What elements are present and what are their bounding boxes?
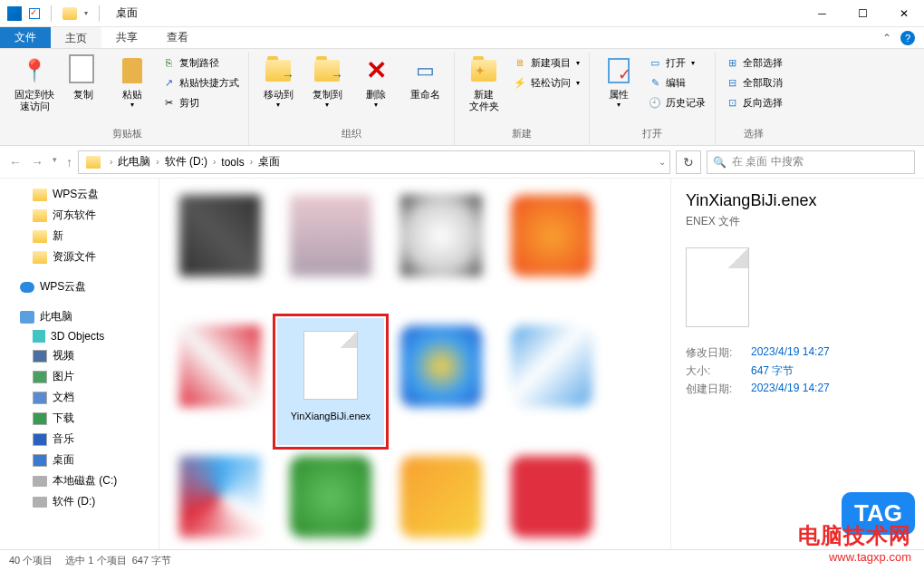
- close-button[interactable]: ✕: [883, 0, 924, 27]
- copy-button[interactable]: 复制: [62, 53, 105, 101]
- files-grid[interactable]: YinXiangBiJi.enex: [159, 179, 670, 549]
- file-item[interactable]: [167, 188, 274, 315]
- breadcrumb[interactable]: › 此电脑 › 软件 (D:) › tools › 桌面 ⌄: [78, 150, 670, 174]
- breadcrumb-segment[interactable]: 此电脑: [118, 154, 150, 169]
- sidebar-item[interactable]: 下载: [0, 408, 159, 429]
- file-item[interactable]: [498, 318, 605, 445]
- preview-file-icon: [686, 247, 749, 327]
- ribbon-group-clipboard: 📍 固定到快 速访问 复制 粘贴 ▾ ⎘复制路径 ↗粘贴快捷方式 ✂剪切 剪贴板: [5, 53, 249, 145]
- file-item[interactable]: [388, 449, 495, 549]
- tab-file[interactable]: 文件: [0, 27, 51, 48]
- refresh-button[interactable]: ↻: [676, 150, 701, 174]
- ribbon-group-organize: 移动到▾ 复制到▾ ✕ 删除▾ ▭ 重命名 组织: [249, 53, 455, 145]
- sidebar-item[interactable]: 河东软件: [0, 205, 159, 226]
- nav-bar: ← → ▾ ↑ › 此电脑 › 软件 (D:) › tools › 桌面 ⌄ ↻…: [0, 146, 924, 179]
- back-button[interactable]: ←: [9, 155, 22, 169]
- sidebar-item[interactable]: 资源文件: [0, 247, 159, 267]
- file-item[interactable]: [277, 449, 384, 549]
- sidebar-item[interactable]: 文档: [0, 387, 159, 408]
- paste-shortcut-button[interactable]: ↗粘贴快捷方式: [159, 74, 241, 91]
- history-button[interactable]: 🕘历史记录: [646, 94, 707, 111]
- sidebar-item[interactable]: WPS云盘: [0, 184, 159, 205]
- file-item[interactable]: [388, 188, 495, 315]
- breadcrumb-segment[interactable]: tools: [221, 156, 244, 169]
- titlebar-left: ✓ ▾ 桌面: [0, 5, 138, 22]
- chevron-right-icon[interactable]: ›: [250, 157, 253, 167]
- minimize-button[interactable]: ─: [802, 0, 842, 27]
- file-thumb-icon: [290, 456, 371, 537]
- file-item-selected[interactable]: YinXiangBiJi.enex: [277, 318, 384, 445]
- forward-button[interactable]: →: [31, 155, 43, 169]
- sidebar-item[interactable]: 图片: [0, 366, 159, 387]
- chevron-right-icon[interactable]: ›: [110, 157, 112, 167]
- downloads-icon: [33, 412, 47, 425]
- maximize-button[interactable]: ☐: [842, 0, 883, 27]
- new-folder-icon: ✦: [469, 56, 498, 85]
- search-icon: 🔍: [713, 156, 727, 169]
- paste-button[interactable]: 粘贴 ▾: [111, 53, 154, 110]
- breadcrumb-segment[interactable]: 软件 (D:): [165, 154, 207, 169]
- preview-value: 2023/4/19 14:27: [751, 382, 830, 397]
- select-all-button[interactable]: ⊞全部选择: [723, 54, 784, 71]
- pictures-icon: [33, 371, 47, 383]
- new-folder-button[interactable]: ✦ 新建 文件夹: [462, 53, 505, 112]
- file-item[interactable]: [167, 449, 274, 549]
- qat-dropdown-icon[interactable]: ▾: [84, 9, 88, 17]
- file-item[interactable]: [498, 188, 605, 315]
- file-item[interactable]: [388, 318, 495, 445]
- sidebar-item-this-pc[interactable]: 此电脑: [0, 306, 159, 327]
- tab-home[interactable]: 主页: [51, 27, 101, 48]
- easy-access-button[interactable]: ⚡轻松访问▾: [511, 74, 582, 91]
- disk-icon: [33, 476, 47, 487]
- copy-path-button[interactable]: ⎘复制路径: [159, 54, 241, 71]
- file-item[interactable]: [498, 449, 605, 549]
- rename-button[interactable]: ▭ 重命名: [403, 53, 447, 101]
- breadcrumb-dropdown-icon[interactable]: ⌄: [659, 157, 666, 167]
- sidebar-item[interactable]: 新: [0, 226, 159, 247]
- pin-icon: 📍: [20, 56, 49, 85]
- sidebar-item-wps-cloud[interactable]: WPS云盘: [0, 276, 159, 297]
- file-thumb-icon: [179, 456, 261, 537]
- copy-to-button[interactable]: 复制到▾: [305, 53, 349, 110]
- new-item-button[interactable]: 🗎新建项目▾: [511, 54, 582, 71]
- tab-share[interactable]: 共享: [101, 27, 152, 48]
- file-thumb-icon: [511, 195, 592, 276]
- search-input[interactable]: 🔍 在 桌面 中搜索: [707, 150, 915, 174]
- main-content: WPS云盘 河东软件 新 资源文件 WPS云盘 此电脑 3D Objects 视…: [0, 179, 924, 549]
- invert-selection-button[interactable]: ⊡反向选择: [723, 94, 784, 111]
- qat-checkbox-icon[interactable]: ✓: [29, 8, 40, 19]
- sidebar-item[interactable]: 软件 (D:): [0, 491, 159, 512]
- sidebar-item[interactable]: 视频: [0, 345, 159, 366]
- paste-dropdown-icon[interactable]: ▾: [130, 101, 134, 110]
- chevron-right-icon[interactable]: ›: [213, 157, 216, 167]
- chevron-right-icon[interactable]: ›: [156, 157, 159, 167]
- watermark: 电脑技术网 www.tagxp.com: [798, 521, 911, 564]
- delete-button[interactable]: ✕ 删除▾: [354, 53, 398, 110]
- copy-path-icon: ⎘: [161, 55, 176, 70]
- move-to-button[interactable]: 移动到▾: [256, 53, 300, 110]
- help-icon[interactable]: ?: [900, 31, 915, 45]
- ribbon-group-label: 选择: [723, 124, 784, 145]
- sidebar-item[interactable]: 桌面: [0, 450, 159, 470]
- properties-button[interactable]: 属性▾: [597, 53, 640, 110]
- sidebar-item[interactable]: 本地磁盘 (C:): [0, 470, 159, 491]
- watermark-title: 电脑技术网: [798, 521, 911, 550]
- cut-button[interactable]: ✂剪切: [159, 94, 241, 111]
- edit-button[interactable]: ✎编辑: [646, 74, 707, 91]
- ribbon-collapse-icon[interactable]: ⌃: [882, 32, 891, 44]
- breadcrumb-segment[interactable]: 桌面: [258, 154, 280, 169]
- sidebar-item[interactable]: 音乐: [0, 429, 159, 450]
- recent-dropdown[interactable]: ▾: [53, 155, 57, 169]
- ribbon-group-select: ⊞全部选择 ⊟全部取消 ⊡反向选择 选择: [716, 53, 792, 145]
- select-all-icon: ⊞: [725, 55, 739, 70]
- nav-sidebar[interactable]: WPS云盘 河东软件 新 资源文件 WPS云盘 此电脑 3D Objects 视…: [0, 179, 159, 549]
- tab-view[interactable]: 查看: [152, 27, 203, 48]
- file-item[interactable]: [277, 188, 384, 315]
- open-button[interactable]: ▭打开▾: [646, 54, 707, 71]
- file-item[interactable]: [167, 318, 274, 445]
- select-none-button[interactable]: ⊟全部取消: [723, 74, 784, 91]
- pin-to-quick-access-button[interactable]: 📍 固定到快 速访问: [13, 53, 56, 112]
- up-button[interactable]: ↑: [66, 155, 72, 169]
- sidebar-item[interactable]: 3D Objects: [0, 327, 159, 345]
- easy-access-icon: ⚡: [513, 75, 527, 90]
